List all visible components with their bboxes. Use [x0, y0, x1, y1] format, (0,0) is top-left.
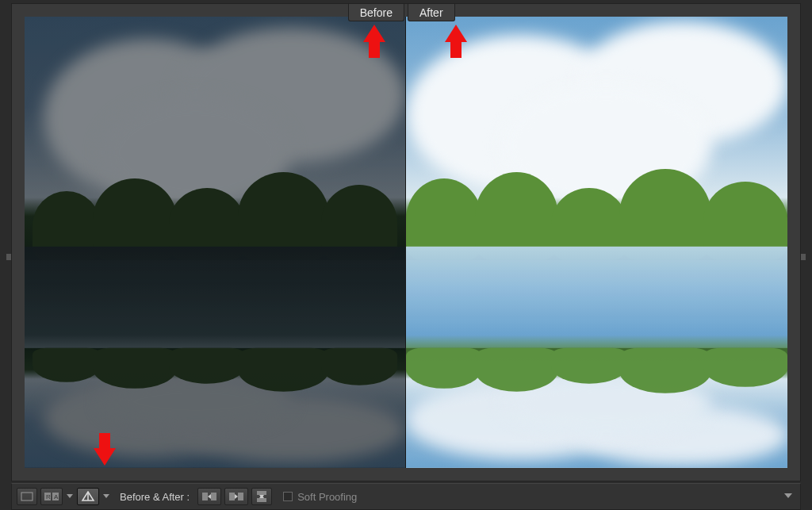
annotation-arrow-before	[363, 25, 385, 42]
svg-rect-10	[211, 493, 216, 500]
develop-module-frame: Before After R A	[0, 0, 812, 510]
before-after-split-icon	[81, 491, 95, 502]
annotation-arrow-toolbar	[94, 448, 116, 466]
after-image	[406, 17, 787, 468]
copy-after-to-before-button[interactable]	[251, 488, 272, 505]
loupe-view-icon	[21, 492, 33, 501]
svg-rect-0	[21, 493, 33, 500]
chevron-down-icon	[784, 493, 792, 500]
image-compare-viewport: Before After	[11, 3, 801, 481]
annotation-arrow-after	[445, 25, 467, 42]
before-label-tab: Before	[348, 4, 404, 21]
before-label-text: Before	[360, 6, 393, 19]
svg-marker-8	[103, 494, 109, 498]
chevron-down-icon	[103, 494, 109, 499]
svg-marker-11	[208, 494, 211, 499]
grid-compare-icon: R A	[44, 492, 59, 501]
swap-left-right-icon	[201, 491, 217, 502]
grid-compare-button[interactable]: R A	[40, 488, 63, 505]
develop-toolbar: R A Before & After :	[11, 483, 801, 510]
copy-left-right-icon	[228, 491, 244, 502]
loupe-view-button[interactable]	[17, 488, 37, 505]
soft-proofing-label: Soft Proofing	[297, 491, 357, 503]
svg-rect-9	[202, 493, 208, 500]
before-image	[25, 17, 406, 468]
after-label-tab: After	[408, 4, 455, 21]
svg-rect-16	[257, 498, 266, 502]
before-after-label: Before & After :	[113, 491, 194, 503]
svg-rect-15	[257, 491, 266, 495]
swap-top-bottom-icon	[255, 490, 268, 503]
svg-rect-12	[229, 493, 235, 500]
svg-marker-19	[784, 493, 792, 498]
svg-rect-13	[238, 493, 243, 500]
svg-text:A: A	[54, 493, 59, 500]
swap-before-after-button[interactable]	[197, 488, 221, 505]
toolbar-expand-button[interactable]	[781, 493, 795, 500]
svg-text:R: R	[46, 493, 51, 500]
image-pair	[25, 17, 787, 468]
chevron-down-icon	[67, 494, 73, 499]
after-label-text: After	[419, 6, 443, 19]
before-after-view-button[interactable]	[77, 488, 99, 505]
right-panel-handle[interactable]	[801, 254, 806, 260]
svg-marker-5	[67, 494, 73, 498]
copy-before-to-after-button[interactable]	[224, 488, 248, 505]
soft-proofing-checkbox[interactable]: Soft Proofing	[283, 491, 357, 503]
checkbox-icon	[283, 492, 293, 501]
before-after-view-dropdown[interactable]	[102, 488, 110, 505]
svg-marker-14	[235, 494, 238, 499]
grid-compare-dropdown[interactable]	[66, 488, 74, 505]
